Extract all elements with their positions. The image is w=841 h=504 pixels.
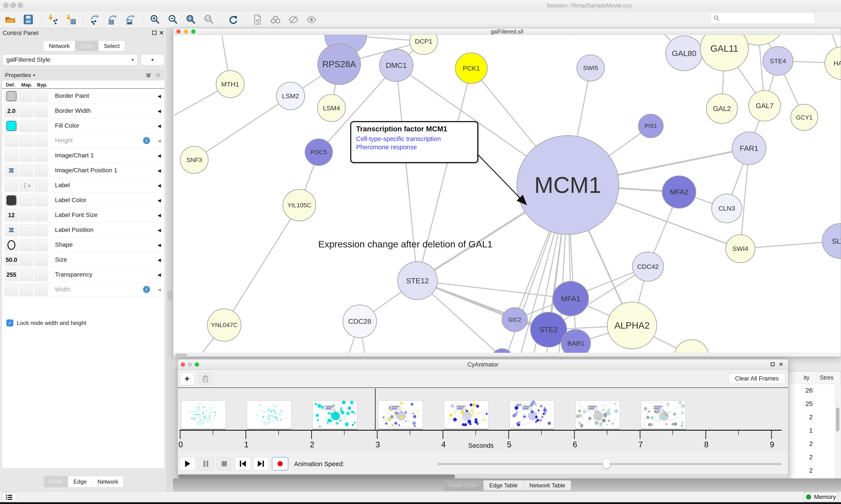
bypass-cell[interactable] (34, 209, 48, 221)
info-icon[interactable]: i (143, 286, 150, 293)
save-session-icon[interactable] (22, 13, 35, 26)
property-row-shape[interactable]: Shape◀ (2, 237, 164, 252)
checkbox-checked-icon[interactable]: ✓ (6, 320, 13, 326)
network-node-ynl047c[interactable]: YNL047C (208, 309, 241, 341)
network-node-gic2[interactable]: GIC2 (502, 308, 527, 332)
export-image-icon[interactable] (124, 13, 137, 26)
stop-button[interactable] (217, 457, 232, 470)
color-swatch[interactable] (6, 91, 16, 101)
network-node-lsm2[interactable]: LSM2 (276, 82, 305, 110)
timeline-playhead[interactable] (375, 389, 376, 431)
skip-end-button[interactable] (253, 457, 269, 470)
network-node-rps28a[interactable]: RPS28A (318, 44, 361, 85)
property-row-label-color[interactable]: Label Color◀ (2, 193, 164, 208)
scrollbar-thumb[interactable] (175, 354, 187, 356)
default-cell[interactable]: 12 (5, 209, 18, 221)
mapping-cell[interactable] (19, 269, 33, 281)
default-cell[interactable] (5, 284, 18, 296)
export-network-icon[interactable] (88, 13, 101, 26)
mapping-cell[interactable] (19, 149, 33, 162)
network-node-pdc5[interactable]: PDC5 (305, 139, 333, 165)
mapping-cell[interactable] (19, 105, 33, 117)
tab-style[interactable]: Style (75, 41, 99, 51)
tab-network[interactable]: Network (92, 476, 124, 487)
frame-thumbnail-7[interactable] (641, 400, 686, 429)
network-node-gcy1[interactable]: GCY1 (791, 104, 818, 130)
network-node-cln3[interactable]: CLN3 (712, 194, 742, 223)
bypass-cell[interactable] (34, 239, 48, 251)
table-row[interactable]: 2 (786, 413, 813, 421)
network-node-swi4[interactable]: SWI4 (726, 235, 755, 263)
info-icon[interactable]: i (143, 137, 150, 144)
expand-row-icon[interactable]: ◀ (158, 228, 161, 233)
default-cell[interactable] (5, 239, 18, 251)
zoom-in-icon[interactable] (149, 13, 161, 26)
network-node-alpha2[interactable]: ALPHA2 (607, 302, 657, 349)
default-cell[interactable] (5, 149, 18, 162)
maximize-window-icon[interactable] (195, 362, 199, 367)
tab-network[interactable]: Network (43, 41, 75, 51)
cyanimator-timeline[interactable]: 0123456789 Seconds (178, 388, 788, 452)
clear-all-frames-button[interactable]: Clear All Frames (729, 373, 785, 384)
tab-network-table[interactable]: Network Table (524, 480, 571, 490)
default-cell[interactable] (5, 194, 18, 206)
mapping-icon[interactable]: ⋮› (22, 182, 31, 189)
bypass-cell[interactable] (34, 164, 48, 177)
bypass-cell[interactable] (34, 90, 48, 102)
expand-row-icon[interactable]: ◀ (158, 108, 161, 114)
property-row-border-width[interactable]: 2.0Border Width◀ (2, 104, 164, 119)
frame-thumbnail-3[interactable] (378, 400, 423, 429)
add-frame-button[interactable]: + (180, 373, 194, 385)
mapping-cell[interactable] (19, 239, 33, 251)
default-value[interactable]: 12 (8, 212, 15, 219)
table-row[interactable]: 1 (786, 427, 813, 434)
expand-row-icon[interactable]: ◀ (158, 153, 161, 158)
expand-row-icon[interactable]: ◀ (158, 198, 161, 203)
network-node-gal7[interactable]: GAL7 (749, 90, 781, 121)
network-node-dmc1[interactable]: DMC1 (379, 49, 413, 82)
bypass-cell[interactable] (34, 149, 48, 162)
table-header-centrality[interactable]: ity (786, 374, 809, 381)
network-node-mth1[interactable]: MTH1 (216, 71, 244, 98)
record-button[interactable] (272, 457, 288, 470)
close-panel-icon[interactable]: ✕ (779, 361, 783, 368)
property-row-image-chart-position-1[interactable]: Image/Chart Position 1◀ (2, 163, 164, 178)
expand-row-icon[interactable]: ◀ (158, 257, 161, 263)
default-cell[interactable]: 255 (5, 269, 18, 281)
mapping-cell[interactable] (19, 134, 33, 147)
network-node-cdc28[interactable]: CDC28 (343, 305, 376, 338)
zoom-selected-icon[interactable] (202, 13, 215, 26)
property-row-size[interactable]: 50.0Size◀ (2, 252, 164, 267)
bypass-cell[interactable] (34, 269, 48, 281)
network-node-hap2[interactable]: HAP2 (825, 47, 841, 79)
position-icon[interactable] (8, 227, 15, 233)
table-row[interactable]: 2 (786, 453, 813, 461)
property-row-border-paint[interactable]: Border Paint◀ (2, 89, 164, 104)
apply-layout-icon[interactable] (227, 13, 239, 26)
network-node-mfa2[interactable]: MFA2 (662, 176, 696, 208)
color-swatch[interactable] (6, 121, 16, 131)
expand-row-icon[interactable]: ◀ (158, 272, 161, 277)
expand-row-icon[interactable]: ◀ (158, 213, 161, 218)
mapping-cell[interactable] (19, 254, 33, 266)
default-cell[interactable] (5, 164, 18, 177)
bypass-cell[interactable] (34, 120, 48, 132)
close-window-icon[interactable] (181, 362, 185, 367)
mapping-cell[interactable] (19, 90, 33, 102)
property-row-image-chart-1[interactable]: Image/Chart 1◀ (2, 148, 164, 163)
scrollbar-thumb[interactable] (836, 408, 839, 432)
network-node-yil105c[interactable]: YIL105C (283, 190, 316, 221)
expand-row-icon[interactable]: ◀ (158, 168, 161, 173)
mapping-cell[interactable] (19, 164, 33, 177)
default-cell[interactable]: 50.0 (5, 254, 18, 266)
search-box[interactable] (711, 13, 815, 24)
minimize-window-icon[interactable] (184, 29, 188, 34)
default-cell[interactable] (5, 120, 18, 132)
network-node-swi5[interactable]: SWI5 (577, 55, 605, 81)
properties-header[interactable]: Properties ▾ (2, 70, 164, 80)
table-row[interactable]: 2 (786, 467, 813, 474)
mapping-cell[interactable] (19, 209, 33, 221)
play-button[interactable] (180, 457, 195, 470)
bypass-cell[interactable] (34, 194, 48, 206)
splitter-handle[interactable] (168, 291, 172, 300)
